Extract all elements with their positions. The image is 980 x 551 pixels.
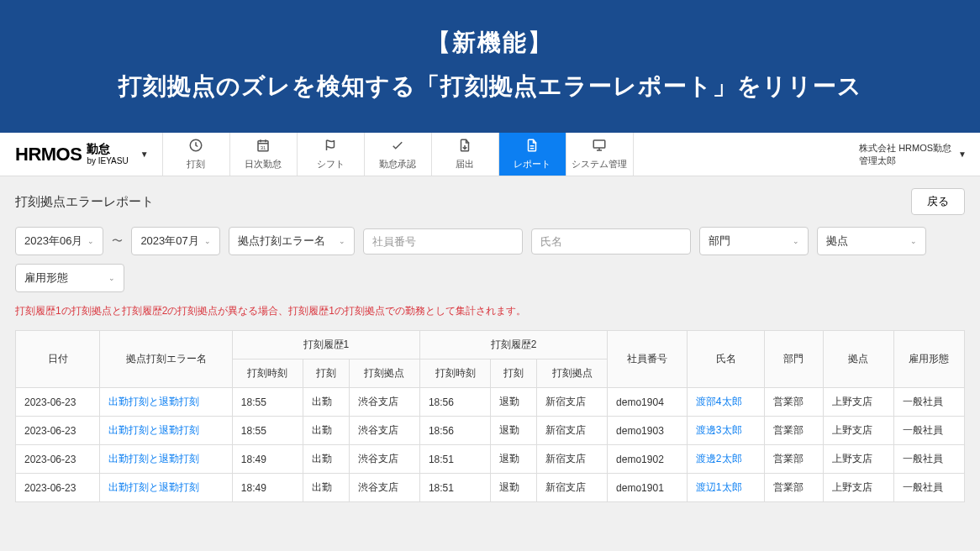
nav-item-daily[interactable]: 31日次勤怠 — [230, 133, 298, 176]
cell-dept: 営業部 — [765, 474, 824, 502]
chevron-down-icon: ⌄ — [910, 237, 917, 245]
cell-h2-loc: 新宿支店 — [536, 417, 607, 445]
cell-date: 2023-06-23 — [16, 445, 100, 474]
filter-location[interactable]: 拠点⌄ — [817, 227, 926, 255]
submit-icon — [457, 138, 472, 155]
filter-date-from[interactable]: 2023年06月⌄ — [15, 227, 103, 255]
cell-empno: demo1901 — [608, 474, 688, 502]
cell-error-link[interactable]: 出勤打刻と退勤打刻 — [100, 474, 232, 502]
banner-title-1: 【新機能】 — [17, 27, 963, 59]
report-table: 日付 拠点打刻エラー名 打刻履歴1 打刻履歴2 社員番号 氏名 部門 拠点 雇用… — [15, 330, 965, 502]
page-title: 打刻拠点エラーレポート — [15, 194, 154, 210]
cell-employment: 一般社員 — [893, 474, 964, 502]
logo-dropdown-caret[interactable]: ▼ — [134, 150, 155, 159]
nav-item-approval[interactable]: 勤怠承認 — [365, 133, 432, 176]
nav-label: システム管理 — [572, 158, 627, 171]
cell-error-link[interactable]: 出勤打刻と退勤打刻 — [100, 445, 232, 474]
cell-h1-loc: 渋谷支店 — [349, 388, 419, 417]
system-icon — [592, 138, 607, 155]
nav-item-submit[interactable]: 届出 — [432, 133, 499, 176]
cell-name-link[interactable]: 渡邊2太郎 — [687, 445, 764, 474]
cell-h2-time: 18:51 — [419, 474, 490, 502]
report-table-wrap: 日付 拠点打刻エラー名 打刻履歴1 打刻履歴2 社員番号 氏名 部門 拠点 雇用… — [0, 330, 980, 517]
cell-date: 2023-06-23 — [16, 388, 100, 417]
date-range-separator: 〜 — [112, 234, 123, 249]
cell-h2-type: 退勤 — [491, 445, 537, 474]
cell-empno: demo1903 — [608, 417, 688, 445]
cell-h2-time: 18:56 — [419, 388, 490, 417]
logo-block: HRMOS 勤怠 by IEYASU ▼ — [0, 133, 162, 176]
table-row: 2023-06-23出勤打刻と退勤打刻18:49出勤渋谷支店18:51退勤新宿支… — [16, 474, 965, 502]
filter-date-to[interactable]: 2023年07月⌄ — [131, 227, 219, 255]
filter-bar: 2023年06月⌄ 〜 2023年07月⌄ 拠点打刻エラー名⌄ 部門⌄ 拠点⌄ … — [0, 227, 980, 304]
cell-h1-loc: 渋谷支店 — [349, 417, 419, 445]
page-header: 打刻拠点エラーレポート 戻る — [0, 176, 980, 227]
logo-subtext: 勤怠 by IEYASU — [87, 142, 128, 166]
cell-loc: 上野支店 — [823, 474, 893, 502]
th-errname: 拠点打刻エラー名 — [100, 331, 232, 388]
shift-icon — [323, 138, 338, 155]
cell-loc: 上野支店 — [823, 445, 893, 474]
top-navigation: HRMOS 勤怠 by IEYASU ▼ 打刻31日次勤怠シフト勤怠承認届出レポ… — [0, 133, 980, 176]
th-hist2: 打刻履歴2 — [419, 331, 607, 359]
cell-h1-type: 出勤 — [303, 417, 349, 445]
th-dept: 部門 — [765, 331, 824, 388]
clock-icon — [188, 138, 203, 155]
cell-name-link[interactable]: 渡部4太郎 — [687, 388, 764, 417]
cell-h1-time: 18:49 — [232, 474, 303, 502]
th-h1-type: 打刻 — [303, 359, 349, 388]
chevron-down-icon: ⌄ — [108, 274, 115, 282]
filter-name-input[interactable] — [531, 228, 691, 255]
cell-h2-type: 退勤 — [491, 388, 537, 417]
cell-dept: 営業部 — [765, 388, 824, 417]
filter-dept[interactable]: 部門⌄ — [699, 227, 809, 255]
cell-employment: 一般社員 — [893, 388, 964, 417]
cell-employment: 一般社員 — [893, 445, 964, 474]
cell-empno: demo1902 — [608, 445, 688, 474]
nav-label: レポート — [514, 158, 551, 171]
th-h2-type: 打刻 — [491, 359, 537, 388]
th-employment: 雇用形態 — [893, 331, 964, 388]
cell-date: 2023-06-23 — [16, 417, 100, 445]
cell-h2-time: 18:51 — [419, 445, 490, 474]
th-name: 氏名 — [687, 331, 764, 388]
chevron-down-icon: ⌄ — [204, 237, 211, 245]
user-block: 株式会社 HRMOS勤怠 管理太郎 ▼ — [846, 133, 980, 176]
cell-h1-type: 出勤 — [303, 388, 349, 417]
cell-empno: demo1904 — [608, 388, 688, 417]
th-date: 日付 — [16, 331, 100, 388]
banner-title-2: 打刻拠点のズレを検知する「打刻拠点エラーレポート」をリリース — [17, 71, 963, 102]
back-button[interactable]: 戻る — [911, 188, 965, 215]
announcement-banner: 【新機能】 打刻拠点のズレを検知する「打刻拠点エラーレポート」をリリース — [0, 0, 980, 133]
nav-item-report[interactable]: レポート — [499, 133, 566, 176]
cell-error-link[interactable]: 出勤打刻と退勤打刻 — [100, 417, 232, 445]
nav-label: 届出 — [456, 158, 474, 171]
cell-date: 2023-06-23 — [16, 474, 100, 502]
nav-item-system[interactable]: システム管理 — [566, 133, 634, 176]
th-h1-loc: 打刻拠点 — [349, 359, 419, 388]
logo-text: HRMOS — [15, 144, 82, 165]
cell-name-link[interactable]: 渡邊3太郎 — [687, 417, 764, 445]
report-icon — [524, 138, 540, 155]
chevron-down-icon: ⌄ — [793, 237, 799, 245]
user-text: 株式会社 HRMOS勤怠 管理太郎 — [859, 142, 951, 167]
cell-h1-loc: 渋谷支店 — [349, 445, 419, 474]
nav-item-clock[interactable]: 打刻 — [163, 133, 230, 176]
cell-h2-type: 退勤 — [491, 474, 537, 502]
cell-h2-type: 退勤 — [491, 417, 537, 445]
cell-name-link[interactable]: 渡辺1太郎 — [687, 474, 764, 502]
filter-error-name[interactable]: 拠点打刻エラー名⌄ — [229, 227, 355, 255]
cell-h1-type: 出勤 — [303, 474, 349, 502]
nav-label: 日次勤怠 — [245, 158, 282, 171]
nav-item-shift[interactable]: シフト — [298, 133, 365, 176]
cell-error-link[interactable]: 出勤打刻と退勤打刻 — [100, 388, 232, 417]
th-h2-loc: 打刻拠点 — [536, 359, 607, 388]
table-row: 2023-06-23出勤打刻と退勤打刻18:49出勤渋谷支店18:51退勤新宿支… — [16, 445, 965, 474]
cell-dept: 営業部 — [765, 445, 824, 474]
cell-loc: 上野支店 — [823, 417, 893, 445]
nav-label: シフト — [317, 158, 345, 171]
filter-employment[interactable]: 雇用形態⌄ — [15, 264, 124, 292]
nav-label: 打刻 — [187, 158, 205, 171]
user-dropdown-caret[interactable]: ▼ — [958, 150, 967, 159]
filter-empno-input[interactable] — [363, 228, 523, 255]
